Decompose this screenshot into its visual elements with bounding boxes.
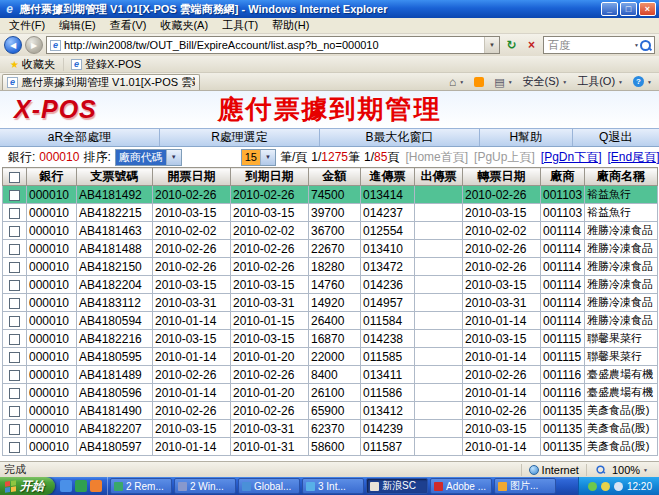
table-cell: 2010-02-26 (231, 186, 309, 204)
menu-file[interactable]: 文件(F) (2, 18, 52, 33)
table-row[interactable]: 000010AB41822152010-03-152010-03-1539700… (3, 204, 658, 222)
favorites-button[interactable]: ★ 收藏夹 (4, 57, 61, 72)
safety-button[interactable]: 安全(S) ▼ (518, 73, 573, 90)
feeds-button[interactable] (469, 73, 489, 90)
row-checkbox[interactable] (9, 388, 20, 399)
search-icon[interactable] (639, 39, 652, 52)
page-down-link[interactable]: [PgDn下頁] (541, 149, 602, 166)
menu-help[interactable]: 帮助(H) (265, 18, 316, 33)
tray-icon[interactable] (614, 482, 623, 491)
close-button[interactable]: × (639, 2, 656, 16)
row-checkbox[interactable] (9, 406, 20, 417)
table-row[interactable]: 000010AB41822072010-03-152010-03-3162370… (3, 420, 658, 438)
process-selected-button[interactable]: R處理選定 (160, 129, 320, 146)
select-all-checkbox[interactable] (9, 172, 20, 183)
table-row[interactable]: 000010AB41814892010-02-262010-02-2684000… (3, 366, 658, 384)
row-checkbox[interactable] (9, 442, 20, 453)
table-row[interactable]: 000010AB41821502010-02-262010-02-2618280… (3, 258, 658, 276)
table-row[interactable]: 000010AB41822042010-03-152010-03-1514760… (3, 276, 658, 294)
row-checkbox[interactable] (9, 280, 20, 291)
process-all-button[interactable]: aR全部處理 (0, 129, 160, 146)
row-checkbox[interactable] (9, 424, 20, 435)
row-checkbox-cell (3, 204, 27, 222)
taskbar-button[interactable]: Global... (238, 478, 300, 494)
taskbar-button[interactable]: 新浪SC (366, 478, 428, 494)
row-checkbox[interactable] (9, 370, 20, 381)
menu-view[interactable]: 查看(V) (103, 18, 154, 33)
table-row[interactable]: 000010AB41831122010-03-312010-03-3114920… (3, 294, 658, 312)
table-cell: 000010 (27, 222, 77, 240)
table-cell: 雅勝冷凍食品 (585, 294, 658, 312)
table-row[interactable]: 000010AB41805962010-01-142010-01-2026100… (3, 384, 658, 402)
tray-icon[interactable] (601, 482, 610, 491)
table-row[interactable]: 000010AB41805952010-01-142010-01-2022000… (3, 348, 658, 366)
row-checkbox[interactable] (9, 352, 20, 363)
quick-launch-icon[interactable] (75, 480, 87, 492)
print-button[interactable]: ▤ ▼ (489, 73, 517, 90)
taskbar-button[interactable]: 2 Win... (174, 478, 236, 494)
forward-button[interactable]: ▶ (25, 36, 43, 54)
table-cell: 2010-03-31 (231, 294, 309, 312)
sort-select[interactable]: 廠商代碼 ▼ (115, 149, 182, 166)
address-bar: ◀ ▶ e http://win2008/tw/OUT_Bill/ExpireA… (0, 34, 659, 56)
tab-expire-account[interactable]: e 應付票據到期管理 V1.01[X-POS 雲端商務網] (2, 74, 200, 90)
table-cell: 36700 (309, 222, 361, 240)
maximize-button[interactable]: □ (620, 2, 637, 16)
maximize-window-button[interactable]: B最大化窗口 (320, 129, 480, 146)
table-cell: AB4182207 (77, 420, 153, 438)
table-row[interactable]: 000010AB41814882010-02-262010-02-2622670… (3, 240, 658, 258)
row-checkbox[interactable] (9, 190, 20, 201)
row-checkbox-cell (3, 348, 27, 366)
table-row[interactable]: 000010AB41814902010-02-262010-02-2665900… (3, 402, 658, 420)
address-dropdown-icon[interactable]: ▼ (484, 37, 499, 53)
menu-favorites[interactable]: 收藏夹(A) (153, 18, 215, 33)
quick-launch-icon[interactable] (60, 480, 72, 492)
table-cell: 裕益魚行 (585, 204, 658, 222)
start-button[interactable]: 开始 (0, 477, 55, 495)
table-row[interactable]: 000010AB41814922010-02-262010-02-2674500… (3, 186, 658, 204)
table-cell: 000010 (27, 438, 77, 456)
search-input[interactable]: 百度 ▼ (543, 36, 655, 54)
table-row[interactable]: 000010AB41805942010-01-142010-01-1526400… (3, 312, 658, 330)
table-cell: 001103 (541, 204, 585, 222)
end-page-link[interactable]: [End尾頁] (607, 149, 659, 166)
favorites-label: 收藏夹 (22, 57, 55, 72)
table-cell: 011584 (361, 312, 415, 330)
minimize-button[interactable]: _ (601, 2, 618, 16)
row-checkbox[interactable] (9, 262, 20, 273)
stop-button[interactable]: × (523, 36, 540, 54)
quick-launch-icon[interactable] (90, 480, 102, 492)
table-row[interactable]: 000010AB41814632010-02-022010-02-0236700… (3, 222, 658, 240)
table-row[interactable]: 000010AB41822162010-03-152010-03-1516870… (3, 330, 658, 348)
tools-button[interactable]: 工具(O) ▼ (572, 73, 628, 90)
taskbar-button[interactable]: 图片... (494, 478, 556, 494)
row-checkbox[interactable] (9, 298, 20, 309)
zoom-control[interactable]: 100% ▼ (586, 464, 655, 476)
home-button[interactable]: ⌂ ▼ (444, 73, 469, 90)
taskbar-button[interactable]: 2 Rem... (110, 478, 172, 494)
table-cell (415, 402, 463, 420)
table-cell (415, 348, 463, 366)
table-cell: 臺盛農場有機 (585, 366, 658, 384)
refresh-button[interactable]: ↻ (503, 36, 520, 54)
help-menu-button[interactable]: H幫助 (480, 129, 572, 146)
row-checkbox[interactable] (9, 316, 20, 327)
taskbar-button[interactable]: Adobe ... (430, 478, 492, 494)
help-button[interactable]: ? ▼ (628, 73, 657, 90)
address-input[interactable]: e http://win2008/tw/OUT_Bill/ExpireAccou… (46, 36, 500, 54)
quit-button[interactable]: Q退出 (573, 129, 659, 146)
tray-icon[interactable] (588, 482, 597, 491)
table-cell: 2010-02-26 (153, 258, 231, 276)
row-checkbox[interactable] (9, 208, 20, 219)
row-checkbox[interactable] (9, 334, 20, 345)
row-checkbox[interactable] (9, 226, 20, 237)
table-cell: 000010 (27, 312, 77, 330)
taskbar-button[interactable]: 3 Int... (302, 478, 364, 494)
menu-tools[interactable]: 工具(T) (215, 18, 265, 33)
row-checkbox[interactable] (9, 244, 20, 255)
back-button[interactable]: ◀ (4, 36, 22, 54)
favorites-item-xpos-login[interactable]: e 登錄X-POS (63, 58, 148, 71)
menu-edit[interactable]: 编辑(E) (52, 18, 103, 33)
page-size-select[interactable]: 15 ▼ (241, 149, 276, 166)
table-row[interactable]: 000010AB41805972010-01-142010-01-3158600… (3, 438, 658, 456)
